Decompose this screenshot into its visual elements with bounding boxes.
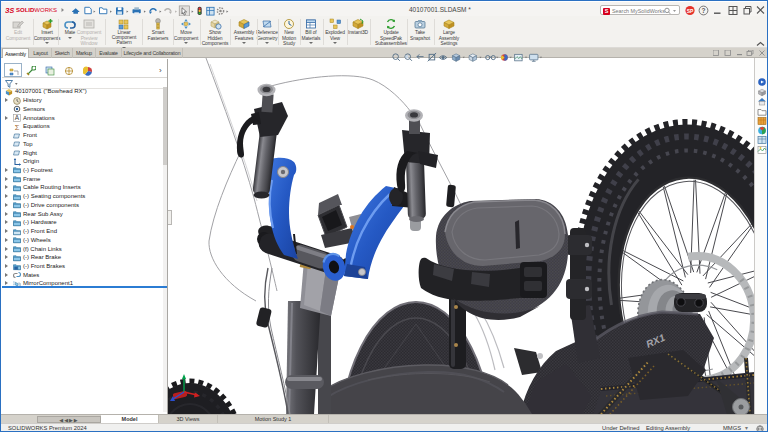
svg-text:Σ: Σ [15,123,20,131]
svg-text:A: A [15,114,20,121]
svg-text:?: ? [702,7,706,14]
svg-text:SOLIDWORKS: SOLIDWORKS [16,7,57,13]
svg-text:SP: SP [687,8,694,14]
svg-text:ЗS: ЗS [5,7,14,14]
